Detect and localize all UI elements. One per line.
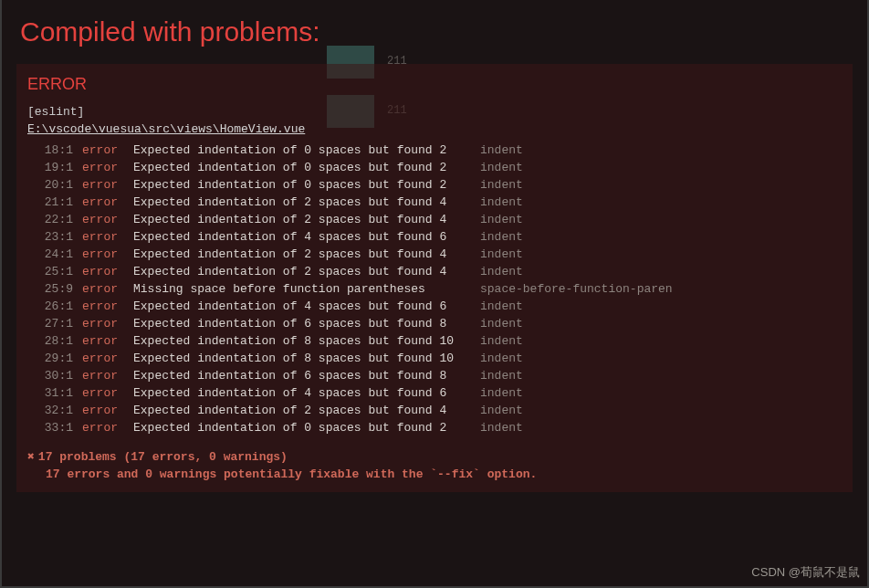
error-rule: indent	[473, 176, 523, 194]
error-message: Expected indentation of 6 spaces but fou…	[126, 315, 473, 332]
error-rule: indent	[473, 194, 523, 211]
eslint-label: [eslint]	[16, 105, 853, 122]
error-message: Expected indentation of 0 spaces but fou…	[126, 159, 473, 176]
fix-hint-text: 17 errors and 0 warnings potentially fix…	[16, 466, 853, 481]
error-message: Missing space before function parenthese…	[126, 280, 473, 298]
error-severity: error	[73, 194, 126, 211]
error-message: Expected indentation of 4 spaces but fou…	[126, 298, 473, 315]
error-message: Expected indentation of 2 spaces but fou…	[126, 402, 473, 419]
error-rule: indent	[473, 315, 523, 332]
summary-count-text: 17 problems (17 errors, 0 warnings)	[38, 450, 288, 464]
error-row: 27:1errorExpected indentation of 6 space…	[27, 315, 842, 332]
error-severity: error	[73, 419, 126, 436]
error-message: Expected indentation of 2 spaces but fou…	[126, 263, 473, 280]
error-message: Expected indentation of 2 spaces but fou…	[126, 246, 473, 263]
page-title: Compiled with problems:	[0, 0, 869, 64]
error-severity: error	[73, 246, 126, 263]
error-location: 29:1	[27, 350, 73, 367]
error-severity: error	[73, 298, 126, 315]
error-location: 33:1	[27, 419, 73, 436]
error-location: 24:1	[27, 246, 73, 263]
error-location: 25:1	[27, 263, 73, 280]
error-severity: error	[73, 263, 126, 280]
error-panel: ERROR [eslint] E:\vscode\vuesua\src\view…	[16, 64, 853, 492]
problems-summary: ✖17 problems (17 errors, 0 warnings)	[16, 436, 853, 466]
error-message: Expected indentation of 4 spaces but fou…	[126, 228, 473, 246]
watermark-text: CSDN @荀鼠不是鼠	[751, 564, 860, 581]
error-row: 25:9errorMissing space before function p…	[27, 280, 842, 298]
error-location: 28:1	[27, 332, 73, 350]
error-row: 29:1errorExpected indentation of 8 space…	[27, 350, 842, 367]
error-rule: indent	[473, 211, 523, 228]
error-location: 25:9	[27, 280, 73, 298]
error-row: 24:1errorExpected indentation of 2 space…	[27, 246, 842, 263]
error-list: 18:1errorExpected indentation of 0 space…	[16, 142, 853, 436]
error-rule: indent	[473, 142, 523, 159]
error-rule: indent	[473, 332, 523, 350]
error-message: Expected indentation of 8 spaces but fou…	[126, 332, 473, 350]
error-message: Expected indentation of 4 spaces but fou…	[126, 384, 473, 402]
error-severity: error	[73, 367, 126, 384]
error-message: Expected indentation of 2 spaces but fou…	[126, 194, 473, 211]
error-rule: indent	[473, 367, 523, 384]
error-location: 30:1	[27, 367, 73, 384]
error-row: 30:1errorExpected indentation of 6 space…	[27, 367, 842, 384]
error-severity: error	[73, 384, 126, 402]
error-heading: ERROR	[16, 75, 853, 105]
error-rule: indent	[473, 263, 523, 280]
error-row: 19:1errorExpected indentation of 0 space…	[27, 159, 842, 176]
error-row: 25:1errorExpected indentation of 2 space…	[27, 263, 842, 280]
error-location: 21:1	[27, 194, 73, 211]
error-message: Expected indentation of 6 spaces but fou…	[126, 367, 473, 384]
error-message: Expected indentation of 0 spaces but fou…	[126, 142, 473, 159]
error-location: 26:1	[27, 298, 73, 315]
error-row: 18:1errorExpected indentation of 0 space…	[27, 142, 842, 159]
error-location: 32:1	[27, 402, 73, 419]
error-location: 20:1	[27, 176, 73, 194]
error-location: 27:1	[27, 315, 73, 332]
error-x-icon: ✖	[27, 450, 35, 464]
error-row: 21:1errorExpected indentation of 2 space…	[27, 194, 842, 211]
error-rule: indent	[473, 384, 523, 402]
error-rule: indent	[473, 419, 523, 436]
error-location: 19:1	[27, 159, 73, 176]
error-row: 28:1errorExpected indentation of 8 space…	[27, 332, 842, 350]
error-message: Expected indentation of 2 spaces but fou…	[126, 211, 473, 228]
error-rule: indent	[473, 402, 523, 419]
error-location: 31:1	[27, 384, 73, 402]
error-rule: indent	[473, 350, 523, 367]
error-row: 26:1errorExpected indentation of 4 space…	[27, 298, 842, 315]
error-row: 22:1errorExpected indentation of 2 space…	[27, 211, 842, 228]
error-rule: indent	[473, 298, 523, 315]
error-severity: error	[73, 142, 126, 159]
error-severity: error	[73, 332, 126, 350]
error-row: 20:1errorExpected indentation of 0 space…	[27, 176, 842, 194]
error-rule: indent	[473, 246, 523, 263]
error-message: Expected indentation of 8 spaces but fou…	[126, 350, 473, 367]
error-severity: error	[73, 402, 126, 419]
error-location: 23:1	[27, 228, 73, 246]
error-severity: error	[73, 350, 126, 367]
error-row: 31:1errorExpected indentation of 4 space…	[27, 384, 842, 402]
error-row: 33:1errorExpected indentation of 0 space…	[27, 419, 842, 436]
error-message: Expected indentation of 0 spaces but fou…	[126, 419, 473, 436]
error-severity: error	[73, 228, 126, 246]
error-rule: space-before-function-paren	[473, 280, 673, 298]
error-rule: indent	[473, 228, 523, 246]
error-severity: error	[73, 315, 126, 332]
error-location: 22:1	[27, 211, 73, 228]
error-message: Expected indentation of 0 spaces but fou…	[126, 176, 473, 194]
error-row: 23:1errorExpected indentation of 4 space…	[27, 228, 842, 246]
file-path-link[interactable]: E:\vscode\vuesua\src\views\HomeView.vue	[16, 122, 853, 142]
error-location: 18:1	[27, 142, 73, 159]
error-row: 32:1errorExpected indentation of 2 space…	[27, 402, 842, 419]
error-rule: indent	[473, 159, 523, 176]
error-severity: error	[73, 211, 126, 228]
error-severity: error	[73, 159, 126, 176]
error-severity: error	[73, 280, 126, 298]
error-severity: error	[73, 176, 126, 194]
